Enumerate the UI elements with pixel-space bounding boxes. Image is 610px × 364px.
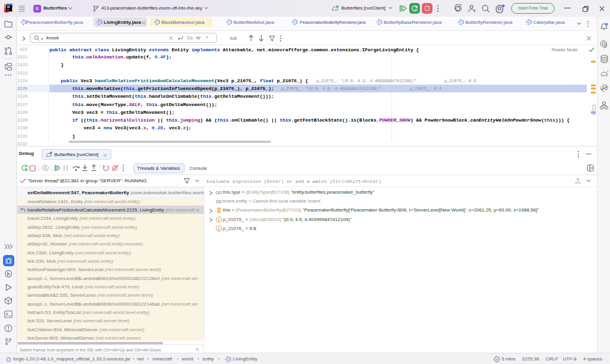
svg-text:C: C: [23, 20, 26, 24]
svg-text:C: C: [156, 20, 159, 24]
svg-text:p: p: [218, 217, 220, 222]
svg-text:C: C: [228, 20, 231, 24]
svg-text:C: C: [98, 20, 101, 24]
svg-text:C: C: [528, 20, 531, 24]
svg-text:C: C: [294, 20, 297, 24]
svg-text:p: p: [218, 226, 220, 231]
svg-text:C: C: [378, 20, 381, 24]
svg-text:C: C: [460, 20, 463, 24]
svg-text:C: C: [227, 357, 230, 361]
